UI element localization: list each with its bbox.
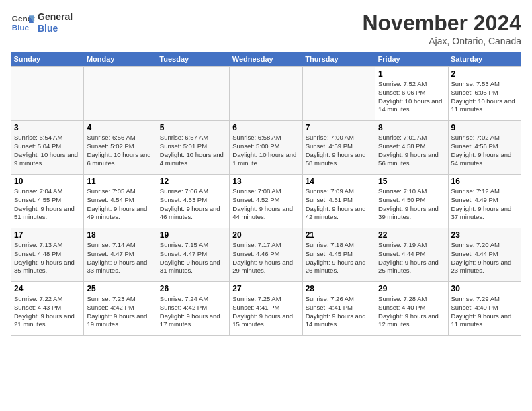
calendar-cell: 21Sunrise: 7:18 AMSunset: 4:45 PMDayligh… [302,228,375,282]
calendar-cell: 2Sunrise: 7:53 AMSunset: 6:05 PMDaylight… [448,67,521,121]
day-number: 5 [160,123,226,132]
day-number: 8 [378,123,445,132]
calendar-week-1: 1Sunrise: 7:52 AMSunset: 6:06 PMDaylight… [11,67,521,121]
day-info: Sunrise: 7:17 AMSunset: 4:46 PMDaylight:… [232,241,299,275]
day-info: Sunrise: 7:24 AMSunset: 4:42 PMDaylight:… [160,295,226,329]
day-info: Sunrise: 6:54 AMSunset: 5:04 PMDaylight:… [14,134,81,168]
day-number: 1 [378,69,445,79]
column-header-saturday: Saturday [448,52,521,67]
day-number: 30 [451,284,518,293]
calendar-cell: 15Sunrise: 7:10 AMSunset: 4:50 PMDayligh… [375,175,448,228]
day-number: 18 [87,230,153,240]
calendar-cell: 17Sunrise: 7:13 AMSunset: 4:48 PMDayligh… [11,228,84,282]
day-number: 12 [160,177,226,186]
calendar-week-2: 3Sunrise: 6:54 AMSunset: 5:04 PMDaylight… [11,121,521,175]
day-number: 6 [232,123,299,132]
day-info: Sunrise: 7:14 AMSunset: 4:47 PMDaylight:… [87,241,153,275]
calendar-cell: 29Sunrise: 7:28 AMSunset: 4:40 PMDayligh… [375,282,448,336]
calendar-cell: 9Sunrise: 7:02 AMSunset: 4:56 PMDaylight… [448,121,521,175]
svg-text:Blue: Blue [12,23,30,32]
day-info: Sunrise: 7:52 AMSunset: 6:06 PMDaylight:… [378,80,445,114]
day-info: Sunrise: 7:13 AMSunset: 4:48 PMDaylight:… [14,241,81,275]
column-header-sunday: Sunday [11,52,84,67]
calendar-cell: 19Sunrise: 7:15 AMSunset: 4:47 PMDayligh… [157,228,229,282]
day-number: 4 [87,123,153,132]
calendar-cell: 6Sunrise: 6:58 AMSunset: 5:00 PMDaylight… [230,121,302,175]
calendar-cell [230,67,302,121]
calendar-cell: 22Sunrise: 7:19 AMSunset: 4:44 PMDayligh… [375,228,448,282]
calendar-cell: 24Sunrise: 7:22 AMSunset: 4:43 PMDayligh… [11,282,84,336]
day-number: 2 [451,69,518,79]
calendar-cell: 28Sunrise: 7:26 AMSunset: 4:41 PMDayligh… [302,282,375,336]
calendar-cell: 20Sunrise: 7:17 AMSunset: 4:46 PMDayligh… [230,228,302,282]
day-info: Sunrise: 7:18 AMSunset: 4:45 PMDaylight:… [306,241,372,275]
day-number: 28 [306,284,372,293]
day-info: Sunrise: 6:57 AMSunset: 5:01 PMDaylight:… [160,134,226,168]
column-header-friday: Friday [375,52,448,67]
day-number: 11 [87,177,153,186]
day-number: 23 [451,230,518,240]
day-info: Sunrise: 7:15 AMSunset: 4:47 PMDaylight:… [160,241,226,275]
calendar-week-3: 10Sunrise: 7:04 AMSunset: 4:55 PMDayligh… [11,175,521,228]
calendar-cell [84,67,157,121]
day-number: 26 [160,284,226,293]
location-title: Ajax, Ontario, Canada [362,36,521,46]
day-number: 9 [451,123,518,132]
day-info: Sunrise: 7:06 AMSunset: 4:53 PMDaylight:… [160,187,226,222]
day-info: Sunrise: 7:12 AMSunset: 4:49 PMDaylight:… [451,187,518,222]
day-info: Sunrise: 7:29 AMSunset: 4:40 PMDaylight:… [451,295,518,329]
calendar-cell: 16Sunrise: 7:12 AMSunset: 4:49 PMDayligh… [448,175,521,228]
day-number: 17 [14,230,81,240]
calendar-cell: 13Sunrise: 7:08 AMSunset: 4:52 PMDayligh… [230,175,302,228]
calendar-cell: 23Sunrise: 7:20 AMSunset: 4:44 PMDayligh… [448,228,521,282]
calendar-cell: 1Sunrise: 7:52 AMSunset: 6:06 PMDaylight… [375,67,448,121]
day-number: 24 [14,284,81,293]
day-info: Sunrise: 7:10 AMSunset: 4:50 PMDaylight:… [378,187,445,222]
calendar-cell: 7Sunrise: 7:00 AMSunset: 4:59 PMDaylight… [302,121,375,175]
calendar-cell: 8Sunrise: 7:01 AMSunset: 4:58 PMDaylight… [375,121,448,175]
logo: General Blue General Blue [11,11,73,35]
calendar-cell: 26Sunrise: 7:24 AMSunset: 4:42 PMDayligh… [157,282,229,336]
calendar-cell: 11Sunrise: 7:05 AMSunset: 4:54 PMDayligh… [84,175,157,228]
calendar-cell: 14Sunrise: 7:09 AMSunset: 4:51 PMDayligh… [302,175,375,228]
day-info: Sunrise: 7:28 AMSunset: 4:40 PMDaylight:… [378,295,445,329]
day-info: Sunrise: 7:19 AMSunset: 4:44 PMDaylight:… [378,241,445,275]
day-info: Sunrise: 7:05 AMSunset: 4:54 PMDaylight:… [87,187,153,222]
day-number: 22 [378,230,445,240]
day-info: Sunrise: 7:01 AMSunset: 4:58 PMDaylight:… [378,134,445,168]
day-number: 10 [14,177,81,186]
calendar-cell: 25Sunrise: 7:23 AMSunset: 4:42 PMDayligh… [84,282,157,336]
day-number: 15 [378,177,445,186]
day-number: 25 [87,284,153,293]
title-section: November 2024 Ajax, Ontario, Canada [362,11,521,46]
day-number: 29 [378,284,445,293]
calendar-cell: 18Sunrise: 7:14 AMSunset: 4:47 PMDayligh… [84,228,157,282]
calendar-table: SundayMondayTuesdayWednesdayThursdayFrid… [11,52,521,336]
day-number: 19 [160,230,226,240]
calendar-cell: 4Sunrise: 6:56 AMSunset: 5:02 PMDaylight… [84,121,157,175]
calendar-cell [302,67,375,121]
column-header-thursday: Thursday [302,52,375,67]
day-number: 27 [232,284,299,293]
calendar-cell: 12Sunrise: 7:06 AMSunset: 4:53 PMDayligh… [157,175,229,228]
day-number: 13 [232,177,299,186]
day-info: Sunrise: 7:22 AMSunset: 4:43 PMDaylight:… [14,295,81,329]
calendar-week-4: 17Sunrise: 7:13 AMSunset: 4:48 PMDayligh… [11,228,521,282]
calendar-cell: 10Sunrise: 7:04 AMSunset: 4:55 PMDayligh… [11,175,84,228]
calendar-cell: 5Sunrise: 6:57 AMSunset: 5:01 PMDaylight… [157,121,229,175]
logo-icon: General Blue [11,11,35,35]
day-info: Sunrise: 7:00 AMSunset: 4:59 PMDaylight:… [306,134,372,168]
calendar-cell: 3Sunrise: 6:54 AMSunset: 5:04 PMDaylight… [11,121,84,175]
day-info: Sunrise: 7:25 AMSunset: 4:41 PMDaylight:… [232,295,299,329]
day-number: 14 [306,177,372,186]
day-number: 7 [306,123,372,132]
page-header: General Blue General Blue November 2024 … [11,11,521,46]
calendar-cell: 27Sunrise: 7:25 AMSunset: 4:41 PMDayligh… [230,282,302,336]
calendar-cell [157,67,229,121]
day-number: 16 [451,177,518,186]
day-info: Sunrise: 7:09 AMSunset: 4:51 PMDaylight:… [306,187,372,222]
day-number: 21 [306,230,372,240]
column-header-wednesday: Wednesday [230,52,302,67]
day-info: Sunrise: 6:56 AMSunset: 5:02 PMDaylight:… [87,134,153,168]
calendar-cell [11,67,84,121]
